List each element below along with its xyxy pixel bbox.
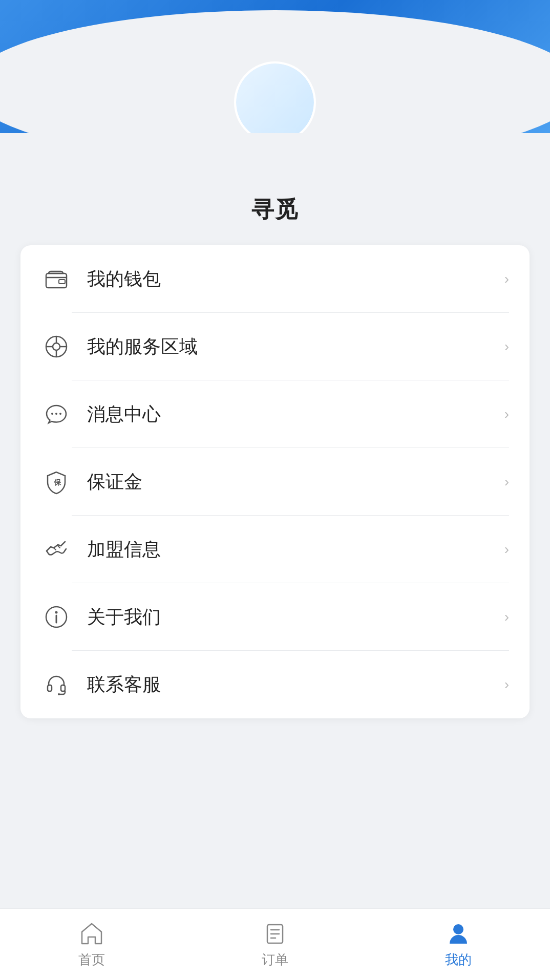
wallet-chevron: ›: [504, 271, 509, 287]
page-title: 寻觅: [0, 195, 550, 225]
avatar-container: [234, 61, 316, 133]
shield-icon: 保: [41, 466, 72, 497]
nav-item-home[interactable]: 首页: [58, 915, 125, 974]
support-label: 联系客服: [87, 672, 499, 697]
handshake-icon: [41, 534, 72, 565]
info-icon: [41, 602, 72, 632]
menu-item-message[interactable]: 消息中心 ›: [31, 380, 519, 448]
menu-item-franchise[interactable]: 加盟信息 ›: [31, 516, 519, 583]
deposit-chevron: ›: [504, 474, 509, 490]
message-icon: [41, 399, 72, 430]
svg-rect-0: [46, 273, 67, 288]
svg-point-8: [51, 413, 53, 415]
svg-text:保: 保: [53, 479, 61, 486]
wallet-icon: [41, 264, 72, 294]
message-label: 消息中心: [87, 402, 499, 427]
deposit-label: 保证金: [87, 470, 499, 495]
profile-nav-icon: [445, 920, 472, 947]
message-chevron: ›: [504, 406, 509, 422]
menu-card: 我的钱包 › 我的服务区域 ›: [20, 245, 530, 718]
svg-point-10: [59, 413, 61, 415]
menu-item-service-area[interactable]: 我的服务区域 ›: [31, 313, 519, 380]
profile-nav-label: 我的: [445, 951, 472, 969]
location-icon: [41, 331, 72, 362]
svg-point-9: [55, 413, 57, 415]
avatar-image: [236, 63, 314, 133]
orders-nav-label: 订单: [262, 951, 288, 969]
menu-item-support[interactable]: 联系客服 ›: [31, 651, 519, 718]
svg-point-23: [453, 924, 463, 934]
svg-point-3: [53, 343, 60, 350]
nav-item-profile[interactable]: 我的: [425, 915, 492, 974]
svg-rect-15: [48, 685, 52, 691]
nav-item-orders[interactable]: 订单: [241, 915, 309, 974]
franchise-label: 加盟信息: [87, 537, 499, 562]
svg-point-14: [55, 611, 58, 614]
avatar: [234, 61, 316, 133]
home-nav-icon: [78, 920, 105, 947]
support-chevron: ›: [504, 676, 509, 693]
svg-rect-1: [59, 280, 65, 284]
wallet-label: 我的钱包: [87, 267, 499, 292]
menu-item-about[interactable]: 关于我们 ›: [31, 583, 519, 651]
orders-nav-icon: [262, 920, 288, 947]
about-chevron: ›: [504, 609, 509, 625]
home-nav-label: 首页: [78, 951, 105, 969]
menu-item-wallet[interactable]: 我的钱包 ›: [31, 245, 519, 313]
svg-rect-16: [61, 685, 65, 691]
svg-marker-18: [82, 924, 101, 944]
content-area: 寻觅 我的钱包 ›: [0, 0, 550, 800]
service-area-chevron: ›: [504, 338, 509, 355]
svg-point-17: [58, 693, 60, 695]
bottom-nav: 首页 订单 我的: [0, 908, 550, 980]
franchise-chevron: ›: [504, 541, 509, 558]
about-label: 关于我们: [87, 605, 499, 630]
menu-item-deposit[interactable]: 保 保证金 ›: [31, 448, 519, 516]
header-background: [0, 0, 550, 133]
headset-icon: [41, 669, 72, 700]
service-area-label: 我的服务区域: [87, 334, 499, 359]
